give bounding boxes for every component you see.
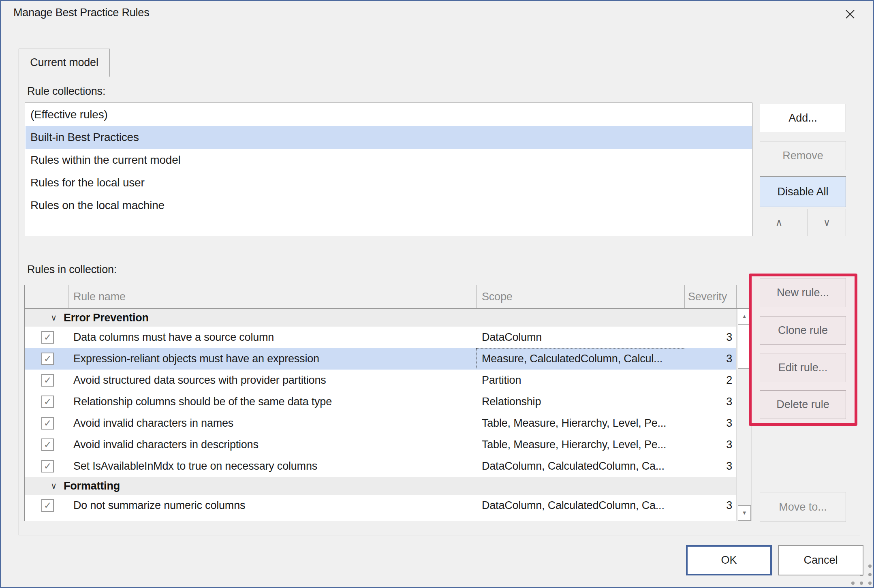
rule-severity-cell: 3 bbox=[684, 434, 732, 455]
rule-name-cell: Relationship columns should be of the sa… bbox=[73, 391, 470, 413]
rule-name-cell: Avoid invalid characters in names bbox=[73, 413, 470, 434]
check-icon: ✓ bbox=[44, 332, 51, 342]
table-row[interactable]: ✓ Avoid structured data sources with pro… bbox=[25, 370, 736, 391]
rule-scope-cell: DataColumn, CalculatedColumn, Ca... bbox=[482, 455, 684, 477]
add-button[interactable]: Add... bbox=[760, 104, 846, 132]
rule-name-cell: Expression-reliant objects must have an … bbox=[73, 348, 470, 370]
rule-checkbox[interactable]: ✓ bbox=[41, 374, 54, 387]
chevron-up-icon: ∧ bbox=[776, 217, 783, 228]
check-icon: ✓ bbox=[44, 375, 51, 385]
table-row[interactable]: ✓ Avoid invalid characters in descriptio… bbox=[25, 434, 736, 455]
rule-collections-listbox: (Effective rules) Built-in Best Practice… bbox=[25, 103, 752, 236]
move-to-button[interactable]: Move to... bbox=[760, 492, 846, 522]
rule-severity-cell: 3 bbox=[684, 495, 732, 516]
rule-severity-cell: 3 bbox=[684, 327, 732, 348]
table-row[interactable]: ✓ Set IsAvailableInMdx to true on necess… bbox=[25, 455, 736, 477]
close-icon bbox=[843, 7, 857, 21]
rule-checkbox[interactable]: ✓ bbox=[41, 438, 54, 451]
scroll-down-icon: ▼ bbox=[742, 510, 747, 516]
table-row[interactable]: ✓ Avoid invalid characters in names Tabl… bbox=[25, 413, 736, 434]
disable-all-button[interactable]: Disable All bbox=[760, 176, 846, 207]
rule-severity-cell: 3 bbox=[684, 455, 732, 477]
tab-current-model[interactable]: Current model bbox=[19, 49, 110, 77]
focus-rectangle bbox=[476, 348, 685, 369]
cancel-button[interactable]: Cancel bbox=[778, 545, 863, 575]
column-separator bbox=[68, 285, 68, 308]
rule-name-cell: Set IsAvailableInMdx to true on necessar… bbox=[73, 455, 470, 477]
table-row-selected[interactable]: ✓ Expression-reliant objects must have a… bbox=[25, 348, 736, 370]
new-rule-button[interactable]: New rule... bbox=[760, 278, 846, 307]
list-item-rules-current-model[interactable]: Rules within the current model bbox=[26, 149, 752, 171]
column-separator bbox=[736, 285, 737, 308]
check-icon: ✓ bbox=[44, 439, 51, 450]
rule-checkbox[interactable]: ✓ bbox=[41, 499, 54, 512]
chevron-down-icon: ∨ bbox=[823, 217, 831, 228]
table-row[interactable]: ✓ Relationship columns should be of the … bbox=[25, 391, 736, 413]
table-row[interactable]: ✓ Data columns must have a source column… bbox=[25, 327, 736, 348]
close-button[interactable] bbox=[841, 6, 859, 23]
list-item-rules-local-machine[interactable]: Rules on the local machine bbox=[26, 194, 752, 217]
rule-checkbox[interactable]: ✓ bbox=[41, 460, 54, 473]
column-separator bbox=[476, 285, 477, 308]
group-name: Error Prevention bbox=[64, 309, 149, 327]
rule-name-cell: Avoid structured data sources with provi… bbox=[73, 370, 470, 391]
rule-checkbox[interactable]: ✓ bbox=[41, 417, 54, 430]
column-header-rule-name[interactable]: Rule name bbox=[73, 285, 470, 308]
list-item-built-in-best-practices[interactable]: Built-in Best Practices bbox=[26, 126, 752, 149]
rule-collections-label: Rule collections: bbox=[27, 85, 105, 98]
chevron-down-icon[interactable]: ∨ bbox=[51, 309, 57, 327]
list-item-rules-local-user[interactable]: Rules for the local user bbox=[26, 171, 752, 194]
check-icon: ✓ bbox=[44, 396, 51, 407]
rule-checkbox[interactable]: ✓ bbox=[41, 353, 54, 365]
dialog-title: Manage Best Practice Rules bbox=[13, 6, 149, 19]
rule-checkbox[interactable]: ✓ bbox=[41, 331, 54, 344]
group-row-error-prevention[interactable]: ∨ Error Prevention bbox=[25, 309, 736, 327]
rules-in-collection-label: Rules in collection: bbox=[27, 263, 117, 276]
manage-best-practice-rules-dialog: Manage Best Practice Rules Current model… bbox=[0, 0, 874, 588]
rule-name-cell: Data columns must have a source column bbox=[73, 327, 470, 348]
ok-button[interactable]: OK bbox=[686, 545, 772, 575]
remove-button[interactable]: Remove bbox=[760, 141, 846, 170]
move-up-button[interactable]: ∧ bbox=[760, 209, 798, 236]
delete-rule-button[interactable]: Delete rule bbox=[760, 390, 846, 419]
rule-severity-cell: 3 bbox=[684, 348, 732, 370]
rule-scope-cell: DataColumn bbox=[482, 327, 684, 348]
rule-name-cell: Avoid invalid characters in descriptions bbox=[73, 434, 470, 455]
column-header-scope[interactable]: Scope bbox=[482, 285, 680, 308]
rule-severity-cell: 2 bbox=[684, 370, 732, 391]
check-icon: ✓ bbox=[44, 418, 51, 428]
group-name: Formatting bbox=[64, 477, 120, 495]
table-row[interactable]: ✓ Do not summarize numeric columns DataC… bbox=[25, 495, 736, 516]
chevron-down-icon[interactable]: ∨ bbox=[51, 477, 57, 495]
rule-scope-cell: Relationship bbox=[482, 391, 684, 413]
check-icon: ✓ bbox=[44, 500, 51, 511]
rule-severity-cell: 3 bbox=[684, 391, 732, 413]
scrollbar-down-button[interactable]: ▼ bbox=[738, 505, 751, 521]
rule-severity-cell: 3 bbox=[684, 413, 732, 434]
table-header: Rule name Scope Severity bbox=[25, 285, 752, 309]
column-header-severity[interactable]: Severity bbox=[688, 285, 733, 308]
clone-rule-button[interactable]: Clone rule bbox=[760, 316, 846, 345]
rule-scope-cell: DataColumn, CalculatedColumn, Ca... bbox=[482, 495, 684, 516]
move-down-button[interactable]: ∨ bbox=[808, 209, 846, 236]
column-separator bbox=[684, 285, 685, 308]
list-item-effective-rules[interactable]: (Effective rules) bbox=[26, 103, 752, 126]
scroll-up-icon: ▲ bbox=[742, 313, 747, 319]
edit-rule-button[interactable]: Edit rule... bbox=[760, 353, 846, 382]
check-icon: ✓ bbox=[44, 353, 51, 364]
rule-name-cell: Do not summarize numeric columns bbox=[73, 495, 470, 516]
rule-scope-cell: Table, Measure, Hierarchy, Level, Pe... bbox=[482, 413, 684, 434]
tab-label: Current model bbox=[30, 56, 98, 68]
group-row-formatting[interactable]: ∨ Formatting bbox=[25, 477, 736, 495]
rule-checkbox[interactable]: ✓ bbox=[41, 396, 54, 408]
rule-scope-cell: Table, Measure, Hierarchy, Level, Pe... bbox=[482, 434, 684, 455]
rules-table: Rule name Scope Severity ∨ Error Prevent… bbox=[24, 285, 752, 521]
check-icon: ✓ bbox=[44, 461, 51, 471]
rule-scope-cell: Partition bbox=[482, 370, 684, 391]
